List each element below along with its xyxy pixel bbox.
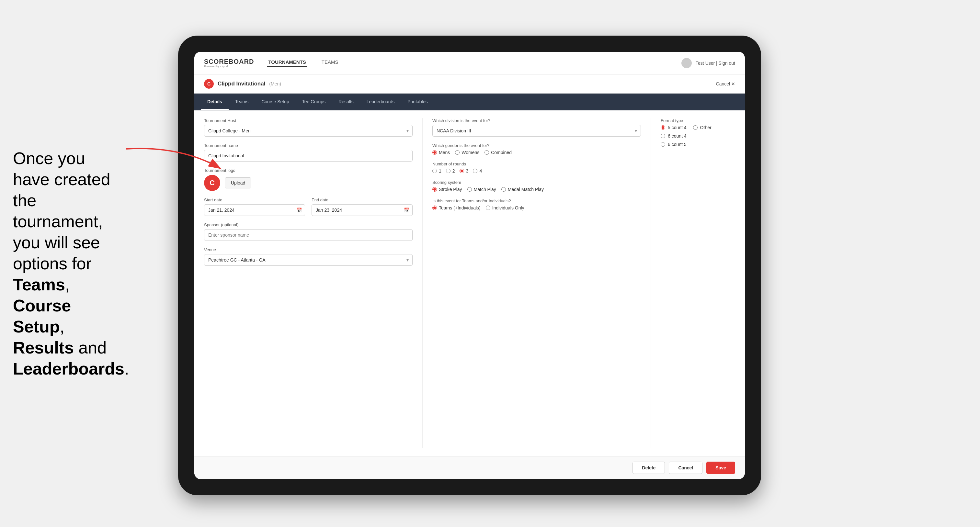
rounds-4-radio[interactable] bbox=[473, 169, 477, 173]
format-6count4-label: 6 count 4 bbox=[668, 133, 687, 138]
tournament-title: C Clippd Invitational (Men) bbox=[204, 79, 281, 89]
gender-mens-option[interactable]: Mens bbox=[432, 150, 450, 155]
scoring-label: Scoring system bbox=[432, 180, 641, 185]
gender-womens-radio[interactable] bbox=[455, 150, 460, 155]
tournament-name-input[interactable] bbox=[204, 150, 413, 162]
sponsor-label: Sponsor (optional) bbox=[204, 222, 413, 227]
delete-button[interactable]: Delete bbox=[633, 462, 665, 474]
instructions-text: Once you have created the tournament, yo… bbox=[0, 135, 136, 392]
tournament-header: C Clippd Invitational (Men) Cancel ✕ bbox=[194, 75, 745, 94]
scoring-match-radio[interactable] bbox=[467, 187, 472, 192]
format-6count5-option[interactable]: 6 count 5 bbox=[661, 142, 687, 147]
format-6count4-option[interactable]: 6 count 4 bbox=[661, 133, 687, 138]
nav-right: Test User | Sign out bbox=[681, 58, 735, 68]
save-button[interactable]: Save bbox=[706, 462, 735, 474]
format-other-radio[interactable] bbox=[693, 125, 698, 130]
division-select[interactable]: NCAA Division III bbox=[432, 125, 641, 137]
tournament-name-label: Tournament name bbox=[204, 143, 413, 148]
format-type-group: Format type 5 count 4 6 count 4 bbox=[661, 118, 735, 150]
scoring-group: Scoring system Stroke Play Match Play bbox=[432, 180, 641, 192]
rounds-3-option[interactable]: 3 bbox=[460, 168, 469, 173]
scoring-medal-radio[interactable] bbox=[501, 187, 506, 192]
teams-plus-radio[interactable] bbox=[432, 206, 437, 210]
cancel-button-top[interactable]: Cancel ✕ bbox=[716, 81, 735, 86]
start-date-input[interactable] bbox=[204, 204, 305, 216]
tab-details[interactable]: Details bbox=[201, 95, 229, 110]
logo-upload-area: C Upload bbox=[204, 175, 413, 191]
start-date-wrapper: 📅 bbox=[204, 204, 305, 216]
format-5count4-label: 5 count 4 bbox=[668, 125, 687, 130]
tab-tee-groups[interactable]: Tee Groups bbox=[296, 95, 332, 110]
cancel-button-footer[interactable]: Cancel bbox=[669, 462, 702, 474]
logo-area: SCOREBOARD Powered by clippd bbox=[204, 58, 254, 68]
user-sign-out[interactable]: Test User | Sign out bbox=[696, 60, 735, 66]
main-content: Tournament Host Clippd College - Men Tou… bbox=[194, 110, 745, 479]
top-nav: SCOREBOARD Powered by clippd TOURNAMENTS… bbox=[194, 52, 745, 75]
rounds-4-option[interactable]: 4 bbox=[473, 168, 482, 173]
rounds-1-label: 1 bbox=[439, 168, 441, 173]
end-date-input[interactable] bbox=[312, 204, 413, 216]
tournament-host-group: Tournament Host Clippd College - Men bbox=[204, 118, 413, 137]
upload-button[interactable]: Upload bbox=[225, 178, 251, 188]
tournament-host-label: Tournament Host bbox=[204, 118, 413, 123]
tab-teams[interactable]: Teams bbox=[229, 95, 255, 110]
tablet-frame: SCOREBOARD Powered by clippd TOURNAMENTS… bbox=[178, 36, 761, 495]
form-container: Tournament Host Clippd College - Men Tou… bbox=[194, 110, 745, 456]
gender-group: Which gender is the event for? Mens Wome… bbox=[432, 143, 641, 155]
tournament-logo-label: Tournament logo bbox=[204, 168, 413, 173]
scoring-medal-label: Medal Match Play bbox=[508, 187, 544, 192]
rounds-1-option[interactable]: 1 bbox=[432, 168, 441, 173]
format-6count5-radio[interactable] bbox=[661, 142, 665, 147]
gender-mens-radio[interactable] bbox=[432, 150, 437, 155]
teams-individuals-group: Is this event for Teams and/or Individua… bbox=[432, 198, 641, 210]
start-date-icon: 📅 bbox=[296, 208, 302, 213]
teams-individuals-label: Is this event for Teams and/or Individua… bbox=[432, 198, 641, 203]
gender-womens-option[interactable]: Womens bbox=[455, 150, 479, 155]
venue-select-wrapper: Peachtree GC - Atlanta - GA bbox=[204, 254, 413, 266]
format-6count4-radio[interactable] bbox=[661, 134, 665, 138]
start-date-label: Start date bbox=[204, 197, 305, 202]
nav-tournaments[interactable]: TOURNAMENTS bbox=[267, 59, 307, 67]
tournament-host-select[interactable]: Clippd College - Men bbox=[204, 125, 413, 137]
rounds-1-radio[interactable] bbox=[432, 169, 437, 173]
tournament-name-group: Tournament name bbox=[204, 143, 413, 162]
teams-plus-individuals-option[interactable]: Teams (+Individuals) bbox=[432, 205, 480, 210]
gender-womens-label: Womens bbox=[461, 150, 479, 155]
gender-combined-radio[interactable] bbox=[485, 150, 489, 155]
gender-combined-option[interactable]: Combined bbox=[485, 150, 512, 155]
sponsor-input[interactable] bbox=[204, 229, 413, 241]
footer-bar: Delete Cancel Save bbox=[194, 456, 745, 479]
tab-printables[interactable]: Printables bbox=[401, 95, 434, 110]
scoring-stroke-radio[interactable] bbox=[432, 187, 437, 192]
tab-results[interactable]: Results bbox=[332, 95, 360, 110]
rounds-4-label: 4 bbox=[479, 168, 482, 173]
gender-combined-label: Combined bbox=[491, 150, 512, 155]
rounds-group: Number of rounds 1 2 bbox=[432, 162, 641, 173]
format-5count4-option[interactable]: 5 count 4 bbox=[661, 125, 687, 130]
tournament-type: (Men) bbox=[269, 81, 281, 86]
scoring-medal-option[interactable]: Medal Match Play bbox=[501, 187, 544, 192]
scoring-match-option[interactable]: Match Play bbox=[467, 187, 496, 192]
individuals-only-option[interactable]: Individuals Only bbox=[486, 205, 524, 210]
scoring-radio-group: Stroke Play Match Play Medal Match Play bbox=[432, 187, 641, 192]
venue-select[interactable]: Peachtree GC - Atlanta - GA bbox=[204, 254, 413, 266]
middle-column: Which division is the event for? NCAA Di… bbox=[423, 118, 651, 448]
format-other-label: Other bbox=[700, 125, 711, 130]
scoring-stroke-label: Stroke Play bbox=[439, 187, 462, 192]
teams-plus-label: Teams (+Individuals) bbox=[439, 205, 480, 210]
rounds-2-option[interactable]: 2 bbox=[446, 168, 455, 173]
nav-teams[interactable]: TEAMS bbox=[320, 59, 340, 67]
bold-leaderboards: Leaderboards bbox=[13, 359, 124, 378]
rounds-2-radio[interactable] bbox=[446, 169, 450, 173]
rounds-3-radio[interactable] bbox=[460, 169, 464, 173]
scoring-stroke-option[interactable]: Stroke Play bbox=[432, 187, 462, 192]
tab-course-setup[interactable]: Course Setup bbox=[255, 95, 296, 110]
individuals-only-radio[interactable] bbox=[486, 206, 490, 210]
rounds-label: Number of rounds bbox=[432, 162, 641, 167]
format-other-option[interactable]: Other bbox=[693, 125, 711, 130]
venue-label: Venue bbox=[204, 247, 413, 252]
format-5count4-radio[interactable] bbox=[661, 125, 665, 130]
division-label: Which division is the event for? bbox=[432, 118, 641, 123]
end-date-group: End date 📅 bbox=[312, 197, 413, 216]
tab-leaderboards[interactable]: Leaderboards bbox=[360, 95, 401, 110]
